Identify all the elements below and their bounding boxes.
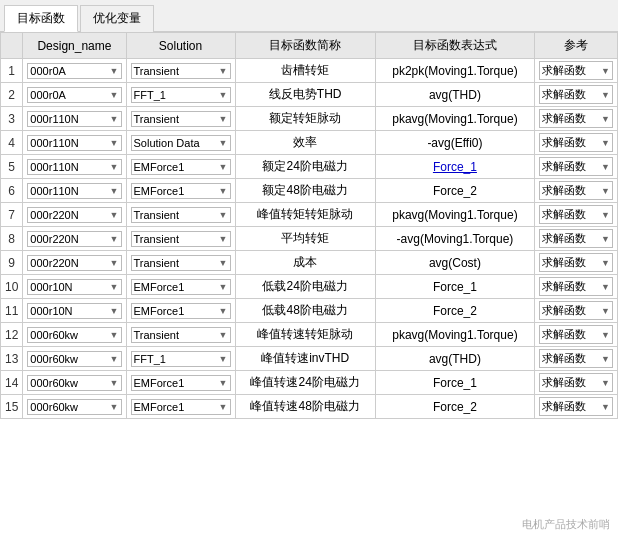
- cell-solution[interactable]: Solution Data▼: [126, 131, 235, 155]
- cell-solution[interactable]: Transient▼: [126, 107, 235, 131]
- cell-design-name[interactable]: 000r60kw▼: [23, 323, 126, 347]
- cell-row-num: 13: [1, 347, 23, 371]
- table-container[interactable]: Design_name Solution 目标函数简称 目标函数表达式 参考 1…: [0, 32, 618, 540]
- cell-row-num: 6: [1, 179, 23, 203]
- cell-design-name[interactable]: 000r110N▼: [23, 155, 126, 179]
- cell-solution[interactable]: Transient▼: [126, 251, 235, 275]
- cell-solution[interactable]: Transient▼: [126, 227, 235, 251]
- cell-row-num: 4: [1, 131, 23, 155]
- cell-design-name[interactable]: 000r0A▼: [23, 83, 126, 107]
- table-row: 14000r60kw▼EMForce1▼峰值转速24阶电磁力Force_1求解函…: [1, 371, 618, 395]
- cell-row-num: 12: [1, 323, 23, 347]
- cell-obj-expr: avg(Cost): [375, 251, 534, 275]
- tab-bar: 目标函数 优化变量: [0, 0, 618, 32]
- cell-design-name[interactable]: 000r60kw▼: [23, 347, 126, 371]
- cell-obj-name: 平均转矩: [235, 227, 375, 251]
- table-row: 7000r220N▼Transient▼峰值转矩转矩脉动pkavg(Moving…: [1, 203, 618, 227]
- table-row: 2000r0A▼FFT_1▼线反电势THDavg(THD)求解函数▼: [1, 83, 618, 107]
- cell-design-name[interactable]: 000r220N▼: [23, 227, 126, 251]
- cell-obj-expr: avg(THD): [375, 83, 534, 107]
- table-row: 11000r10N▼EMForce1▼低载48阶电磁力Force_2求解函数▼: [1, 299, 618, 323]
- cell-ref[interactable]: 求解函数▼: [535, 83, 618, 107]
- table-row: 9000r220N▼Transient▼成本avg(Cost)求解函数▼: [1, 251, 618, 275]
- cell-ref[interactable]: 求解函数▼: [535, 395, 618, 419]
- table-row: 4000r110N▼Solution Data▼效率-avg(Effi0)求解函…: [1, 131, 618, 155]
- cell-obj-expr: pkavg(Moving1.Torque): [375, 203, 534, 227]
- tab-objectives[interactable]: 目标函数: [4, 5, 78, 32]
- cell-obj-expr[interactable]: Force_1: [375, 155, 534, 179]
- cell-solution[interactable]: Transient▼: [126, 59, 235, 83]
- cell-ref[interactable]: 求解函数▼: [535, 323, 618, 347]
- col-header-design: Design_name: [23, 33, 126, 59]
- cell-obj-expr: Force_2: [375, 299, 534, 323]
- cell-obj-name: 峰值转矩转矩脉动: [235, 203, 375, 227]
- cell-design-name[interactable]: 000r10N▼: [23, 275, 126, 299]
- main-window: 目标函数 优化变量 Design_name Solution 目标函数简称 目标…: [0, 0, 618, 540]
- content-area: Design_name Solution 目标函数简称 目标函数表达式 参考 1…: [0, 32, 618, 540]
- cell-obj-name: 效率: [235, 131, 375, 155]
- cell-ref[interactable]: 求解函数▼: [535, 107, 618, 131]
- cell-design-name[interactable]: 000r60kw▼: [23, 395, 126, 419]
- cell-row-num: 7: [1, 203, 23, 227]
- table-row: 15000r60kw▼EMForce1▼峰值转速48阶电磁力Force_2求解函…: [1, 395, 618, 419]
- cell-row-num: 3: [1, 107, 23, 131]
- table-row: 6000r110N▼EMForce1▼额定48阶电磁力Force_2求解函数▼: [1, 179, 618, 203]
- cell-ref[interactable]: 求解函数▼: [535, 227, 618, 251]
- cell-ref[interactable]: 求解函数▼: [535, 203, 618, 227]
- cell-ref[interactable]: 求解函数▼: [535, 155, 618, 179]
- cell-solution[interactable]: EMForce1▼: [126, 179, 235, 203]
- cell-obj-name: 齿槽转矩: [235, 59, 375, 83]
- cell-ref[interactable]: 求解函数▼: [535, 347, 618, 371]
- col-header-solution: Solution: [126, 33, 235, 59]
- cell-solution[interactable]: EMForce1▼: [126, 395, 235, 419]
- cell-row-num: 5: [1, 155, 23, 179]
- cell-obj-name: 低载48阶电磁力: [235, 299, 375, 323]
- cell-row-num: 15: [1, 395, 23, 419]
- cell-obj-name: 额定24阶电磁力: [235, 155, 375, 179]
- cell-ref[interactable]: 求解函数▼: [535, 299, 618, 323]
- cell-row-num: 2: [1, 83, 23, 107]
- cell-solution[interactable]: EMForce1▼: [126, 275, 235, 299]
- cell-design-name[interactable]: 000r10N▼: [23, 299, 126, 323]
- table-row: 13000r60kw▼FFT_1▼峰值转速invTHDavg(THD)求解函数▼: [1, 347, 618, 371]
- cell-obj-name: 线反电势THD: [235, 83, 375, 107]
- cell-ref[interactable]: 求解函数▼: [535, 179, 618, 203]
- cell-design-name[interactable]: 000r110N▼: [23, 107, 126, 131]
- tab-variables[interactable]: 优化变量: [80, 5, 154, 32]
- cell-obj-name: 峰值转速24阶电磁力: [235, 371, 375, 395]
- col-header-obj-expr: 目标函数表达式: [375, 33, 534, 59]
- cell-solution[interactable]: FFT_1▼: [126, 83, 235, 107]
- cell-ref[interactable]: 求解函数▼: [535, 371, 618, 395]
- cell-solution[interactable]: FFT_1▼: [126, 347, 235, 371]
- table-row: 10000r10N▼EMForce1▼低载24阶电磁力Force_1求解函数▼: [1, 275, 618, 299]
- cell-solution[interactable]: EMForce1▼: [126, 299, 235, 323]
- cell-solution[interactable]: Transient▼: [126, 323, 235, 347]
- cell-design-name[interactable]: 000r110N▼: [23, 131, 126, 155]
- table-row: 5000r110N▼EMForce1▼额定24阶电磁力Force_1求解函数▼: [1, 155, 618, 179]
- cell-design-name[interactable]: 000r60kw▼: [23, 371, 126, 395]
- cell-ref[interactable]: 求解函数▼: [535, 251, 618, 275]
- cell-row-num: 8: [1, 227, 23, 251]
- cell-design-name[interactable]: 000r110N▼: [23, 179, 126, 203]
- cell-obj-name: 成本: [235, 251, 375, 275]
- cell-ref[interactable]: 求解函数▼: [535, 59, 618, 83]
- cell-obj-expr: Force_2: [375, 395, 534, 419]
- cell-obj-expr: pk2pk(Moving1.Torque): [375, 59, 534, 83]
- col-header-obj-name: 目标函数简称: [235, 33, 375, 59]
- cell-obj-expr: -avg(Effi0): [375, 131, 534, 155]
- cell-obj-expr: avg(THD): [375, 347, 534, 371]
- cell-design-name[interactable]: 000r220N▼: [23, 203, 126, 227]
- cell-ref[interactable]: 求解函数▼: [535, 131, 618, 155]
- window: 目标函数 优化变量 Design_name Solution 目标函数简称 目标…: [0, 0, 618, 540]
- cell-solution[interactable]: Transient▼: [126, 203, 235, 227]
- cell-design-name[interactable]: 000r220N▼: [23, 251, 126, 275]
- cell-solution[interactable]: EMForce1▼: [126, 155, 235, 179]
- cell-solution[interactable]: EMForce1▼: [126, 371, 235, 395]
- cell-row-num: 9: [1, 251, 23, 275]
- cell-design-name[interactable]: 000r0A▼: [23, 59, 126, 83]
- cell-row-num: 14: [1, 371, 23, 395]
- cell-obj-name: 低载24阶电磁力: [235, 275, 375, 299]
- cell-obj-name: 额定48阶电磁力: [235, 179, 375, 203]
- cell-ref[interactable]: 求解函数▼: [535, 275, 618, 299]
- cell-obj-expr: Force_2: [375, 179, 534, 203]
